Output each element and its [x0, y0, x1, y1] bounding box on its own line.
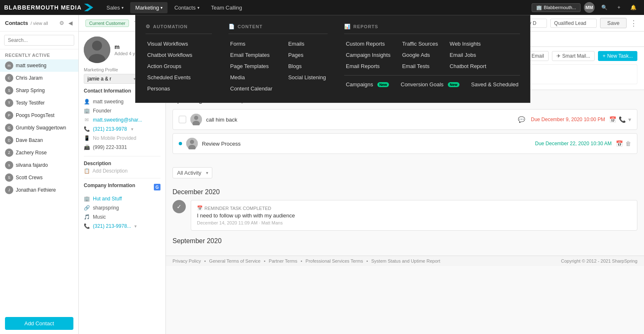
campaign-insights-item[interactable]: Campaign Insights [344, 49, 392, 61]
task-calendar-icon-1[interactable]: 📅 [616, 140, 623, 147]
search-box [0, 32, 78, 49]
contact-title-item: 🏢 Founder [84, 106, 160, 115]
google-ads-item[interactable]: Google Ads [401, 49, 440, 61]
save-button[interactable]: Save [600, 18, 627, 28]
sidebar-contact-8[interactable]: s silvana fajardo [0, 159, 78, 171]
nav-marketing[interactable]: Marketing ▾ [130, 2, 168, 13]
campaigns-item[interactable]: Campaigns New [344, 79, 391, 90]
sidebar-contact-5[interactable]: G Grumbly Swaggertown [0, 122, 78, 134]
sidebar-contact-9[interactable]: S Scott Crews [0, 171, 78, 184]
blogs-item[interactable]: Blogs [287, 61, 328, 72]
marketing-profile-select-wrapper: jamie a & r [84, 74, 139, 84]
chatbot-workflows-item[interactable]: Chatbot Workflows [146, 49, 212, 61]
add-button[interactable]: + [614, 3, 624, 12]
media-item[interactable]: Media [228, 72, 274, 83]
page-templates-item[interactable]: Page Templates [228, 61, 274, 72]
automation-section: ⚙ AUTOMATION Visual Workflows Chatbot Wo… [146, 24, 212, 94]
sidebar-header-left: Contacts / view all [5, 20, 48, 26]
user-avatar-button[interactable]: MM [584, 2, 595, 13]
sidebar-contact-4[interactable]: P Poogs PoogsTest [0, 109, 78, 122]
footer-professional-link[interactable]: Professional Services Terms [306, 258, 363, 263]
personas-item[interactable]: Personas [146, 83, 212, 94]
nav-team-calling[interactable]: Team Calling [206, 2, 247, 13]
task-checkbox-0[interactable] [179, 116, 186, 123]
email-jobs-item[interactable]: Email Jobs [448, 49, 488, 61]
svg-point-1 [92, 41, 102, 51]
task-calendar-icon-0[interactable]: 📅 [609, 116, 616, 123]
sidebar-contact-10[interactable]: J Jonathan Fethiere [0, 184, 78, 196]
task-due-1: Due December 22, 2020 10:30 AM [535, 141, 612, 146]
nav-sales[interactable]: Sales ▾ [102, 2, 129, 13]
company-name-link[interactable]: Hut and Stuff [93, 196, 122, 202]
sidebar-contact-0[interactable]: m matt sweeting [0, 59, 78, 72]
email-tests-item[interactable]: Email Tests [401, 61, 440, 72]
contact-avatar-8: s [5, 161, 13, 169]
scheduled-events-item[interactable]: Scheduled Events [146, 72, 212, 83]
logo-arrow-icon [84, 4, 93, 11]
footer-status-link[interactable]: System Status and Uptime Report [371, 258, 440, 263]
contact-phone[interactable]: (321) 213-9978 [93, 126, 127, 132]
activity-filter-select[interactable]: All Activity AI Activity [173, 167, 212, 178]
sidebar-contact-3[interactable]: T Testy Testifer [0, 97, 78, 109]
email-templates-item[interactable]: Email Templates [228, 49, 274, 61]
content-calendar-item[interactable]: Content Calendar [228, 83, 274, 94]
company-domain-icon: 🔗 [84, 205, 90, 211]
current-customer-badge: Current Customer [85, 20, 129, 27]
company-music-item: 🎵 Music [84, 212, 160, 222]
visual-workflows-item[interactable]: Visual Workflows [146, 38, 212, 49]
smart-mail-button[interactable]: ✈ Smart Mail... [552, 51, 595, 61]
phone-icon: 📞 [84, 126, 90, 132]
new-task-button[interactable]: + New Task... [598, 51, 637, 61]
campaigns-new-badge: New [377, 82, 389, 87]
sidebar-settings-button[interactable]: ⚙ [58, 19, 65, 27]
traffic-sources-item[interactable]: Traffic Sources [401, 38, 440, 49]
conversion-goals-new-badge: New [448, 82, 460, 87]
emails-item[interactable]: Emails [287, 38, 328, 49]
chatbot-report-item[interactable]: Chatbot Report [448, 61, 488, 72]
nav-contacts[interactable]: Contacts ▾ [169, 2, 204, 13]
contact-mobile-item: 📱 No Mobile Provided [84, 134, 160, 143]
custom-reports-item[interactable]: Custom Reports [344, 38, 392, 49]
add-description-button[interactable]: 📋 Add Description [84, 168, 160, 174]
social-listening-item[interactable]: Social Listening [287, 72, 328, 83]
sidebar-collapse-button[interactable]: ◀ [68, 19, 73, 27]
contact-avatar-0: m [5, 61, 13, 70]
sidebar-contact-7[interactable]: Z Zachery Rose [0, 146, 78, 159]
contact-email-link[interactable]: matt.sweeting@shar... [93, 117, 142, 123]
task-delete-icon-1[interactable]: 🗑 [625, 140, 631, 147]
add-contact-button[interactable]: Add Contact [5, 317, 73, 330]
phone-caret-icon: ▾ [131, 127, 134, 132]
footer-partner-link[interactable]: Partner Terms [269, 258, 297, 263]
sidebar-view-all-link[interactable]: / view all [31, 21, 48, 26]
lead-status-select[interactable]: Qualified Lead [550, 19, 597, 28]
task-more-icon-0[interactable]: ▾ [628, 116, 631, 123]
timeline-text-0: I need to follow up with with my audienc… [197, 212, 631, 219]
more-options-button[interactable]: ⋮ [630, 19, 637, 28]
conversion-goals-item[interactable]: Conversion Goals New [399, 79, 461, 90]
search-input[interactable] [4, 35, 74, 46]
company-phone[interactable]: (321) 213-9978... [93, 223, 131, 229]
timeline-month-sep: September 2020 [173, 237, 637, 245]
footer-terms-link[interactable]: General Terms of Service [209, 258, 260, 263]
footer-privacy-link[interactable]: Privacy Policy [173, 258, 201, 263]
task-actions-1: 📅 🗑 [616, 140, 631, 147]
task-phone-icon-0[interactable]: 📞 [619, 116, 626, 123]
svg-point-4 [194, 116, 198, 120]
email-reports-item[interactable]: Email Reports [344, 61, 392, 72]
forms-item[interactable]: Forms [228, 38, 274, 49]
sidebar-actions: ⚙ ◀ [58, 19, 73, 27]
sidebar-contact-1[interactable]: C Chris Jaram [0, 72, 78, 84]
marketing-profile-select[interactable]: jamie a & r [84, 74, 139, 84]
action-groups-item[interactable]: Action Groups [146, 61, 212, 72]
saved-scheduled-item[interactable]: Saved & Scheduled [469, 79, 520, 90]
sidebar-contact-2[interactable]: S Sharp Spring [0, 84, 78, 97]
search-button[interactable]: 🔍 [598, 3, 611, 12]
notifications-button[interactable]: 🔔 [627, 3, 640, 12]
reports-header: 📊 REPORTS [344, 24, 520, 34]
sidebar-contact-6[interactable]: D Dave Bazan [0, 134, 78, 146]
company-phone-caret-icon: ▾ [134, 224, 137, 229]
company-phone-icon: 📞 [84, 223, 90, 229]
pages-item[interactable]: Pages [287, 49, 328, 61]
web-insights-item[interactable]: Web Insights [448, 38, 488, 49]
blabbermouth-button[interactable]: 🏢 Blabbermouth... [532, 3, 581, 12]
